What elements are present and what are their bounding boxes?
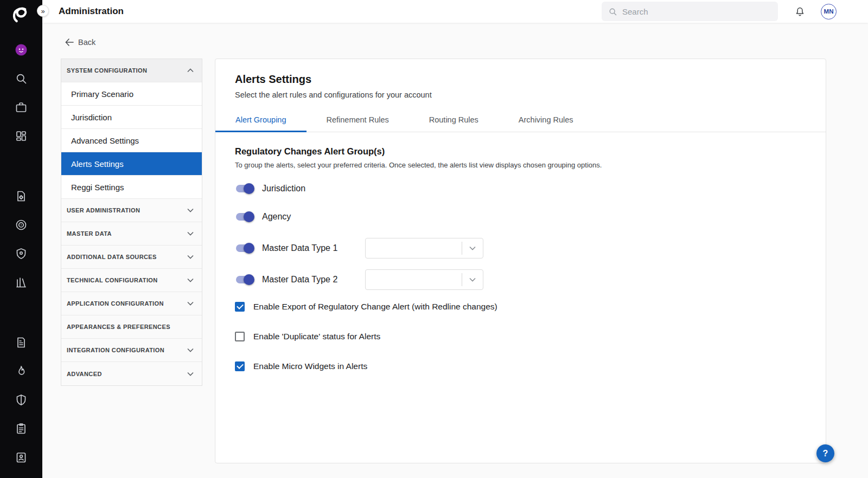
chevron-icon bbox=[187, 301, 194, 306]
notifications-bell-icon[interactable] bbox=[794, 6, 806, 17]
nav-section-master-data[interactable]: MASTER DATA bbox=[61, 222, 202, 246]
nav-item-label: Advanced Settings bbox=[71, 136, 139, 145]
global-search[interactable] bbox=[602, 2, 778, 21]
nav-section-technical-configuration[interactable]: TECHNICAL CONFIGURATION bbox=[61, 269, 202, 292]
nav-item-label: Reggi Settings bbox=[71, 183, 124, 192]
nav-item-label: Jurisdiction bbox=[71, 113, 112, 122]
nav-item-label: Alerts Settings bbox=[71, 159, 124, 169]
page-title: Administration bbox=[59, 6, 124, 17]
top-header: Administration MN bbox=[42, 0, 868, 23]
alerts-settings-panel: Alerts Settings Select the alert rules a… bbox=[215, 59, 826, 463]
sidebar-expand-button[interactable]: » bbox=[37, 5, 49, 17]
alerts-settings-tabs: Alert Grouping Refinement Rules Routing … bbox=[215, 108, 826, 132]
report-icon[interactable] bbox=[15, 336, 28, 349]
nav-section-label: MASTER DATA bbox=[67, 230, 112, 237]
id-badge-icon[interactable] bbox=[15, 451, 28, 464]
nav-item-primary-scenario[interactable]: Primary Scenario bbox=[61, 82, 202, 106]
nav-item-label: Primary Scenario bbox=[71, 89, 133, 99]
checkbox-row: Enable Export of Regulatory Change Alert… bbox=[235, 300, 806, 313]
tab-routing-rules[interactable]: Routing Rules bbox=[409, 108, 499, 132]
checkbox-label: Enable Micro Widgets in Alerts bbox=[253, 361, 367, 371]
master-data-type-2-toggle[interactable] bbox=[235, 274, 254, 285]
target-icon[interactable] bbox=[15, 218, 28, 231]
toggle-row: Jurisdiction bbox=[235, 181, 806, 196]
shield-icon[interactable] bbox=[15, 393, 28, 406]
search-nav-icon[interactable] bbox=[15, 72, 28, 85]
chevron-icon bbox=[187, 255, 194, 259]
nav-item-jurisdiction[interactable]: Jurisdiction bbox=[61, 106, 202, 129]
chevron-icon bbox=[187, 231, 194, 236]
toggle-label: Jurisdiction bbox=[262, 184, 305, 193]
group-section-description: To group the alerts, select your preferr… bbox=[235, 161, 806, 169]
back-button[interactable]: Back bbox=[65, 38, 95, 47]
panel-title: Alerts Settings bbox=[235, 73, 806, 86]
enable-export-checkbox[interactable] bbox=[235, 302, 245, 312]
nav-section-system-configuration[interactable]: SYSTEM CONFIGURATION bbox=[61, 59, 202, 82]
nav-section-label: SYSTEM CONFIGURATION bbox=[67, 67, 147, 74]
panel-subtitle: Select the alert rules and configuration… bbox=[235, 91, 806, 99]
tab-label: Archiving Rules bbox=[519, 115, 573, 124]
tab-label: Refinement Rules bbox=[327, 115, 389, 124]
avatar[interactable]: MN bbox=[821, 4, 837, 20]
chevron-icon bbox=[187, 208, 194, 212]
flame-icon[interactable] bbox=[15, 365, 28, 378]
group-section-title: Regulatory Changes Alert Group(s) bbox=[235, 146, 806, 157]
shield-check-icon[interactable] bbox=[15, 247, 28, 260]
tab-archiving-rules[interactable]: Archiving Rules bbox=[499, 108, 593, 132]
chevron-down-icon bbox=[462, 277, 483, 282]
chevron-icon bbox=[187, 278, 194, 282]
nav-item-advanced-settings[interactable]: Advanced Settings bbox=[61, 129, 202, 152]
nav-section-label: USER ADMINISTRATION bbox=[67, 207, 140, 214]
nav-section-appearances-preferences[interactable]: APPEARANCES & PREFERENCES bbox=[61, 315, 202, 339]
nav-section-integration-configuration[interactable]: INTEGRATION CONFIGURATION bbox=[61, 339, 202, 362]
assistant-bot-icon[interactable] bbox=[15, 43, 28, 56]
briefcase-icon[interactable] bbox=[15, 101, 28, 114]
chevron-icon bbox=[187, 68, 194, 73]
tab-label: Routing Rules bbox=[429, 115, 478, 124]
nav-item-alerts-settings[interactable]: Alerts Settings bbox=[61, 152, 202, 176]
toggle-row: Master Data Type 2 bbox=[235, 269, 806, 290]
enable-micro-widgets-checkbox[interactable] bbox=[235, 361, 245, 371]
nav-section-user-administration[interactable]: USER ADMINISTRATION bbox=[61, 199, 202, 222]
master-data-type-1-toggle[interactable] bbox=[235, 243, 254, 254]
nav-item-reggi-settings[interactable]: Reggi Settings bbox=[61, 176, 202, 199]
tab-label: Alert Grouping bbox=[235, 115, 286, 124]
chevron-icon bbox=[187, 348, 194, 352]
nav-section-label: INTEGRATION CONFIGURATION bbox=[67, 347, 164, 353]
file-settings-icon[interactable] bbox=[15, 190, 28, 203]
dashboard-icon[interactable] bbox=[15, 130, 28, 143]
chevron-icon bbox=[187, 372, 194, 376]
nav-section-application-configuration[interactable]: APPLICATION CONFIGURATION bbox=[61, 292, 202, 315]
toggle-row: Agency bbox=[235, 209, 806, 224]
app-logo-icon[interactable] bbox=[9, 3, 33, 27]
tab-alert-grouping[interactable]: Alert Grouping bbox=[215, 108, 307, 132]
checkbox-label: Enable 'Duplicate' status for Alerts bbox=[253, 332, 380, 341]
nav-section-label: APPLICATION CONFIGURATION bbox=[67, 300, 164, 307]
app-sidebar bbox=[0, 0, 42, 478]
nav-section-label: TECHNICAL CONFIGURATION bbox=[67, 277, 158, 283]
nav-section-label: ADVANCED bbox=[67, 371, 102, 377]
search-icon bbox=[608, 7, 617, 16]
nav-section-label: APPEARANCES & PREFERENCES bbox=[67, 324, 170, 330]
toggle-label: Agency bbox=[262, 212, 291, 222]
settings-nav: SYSTEM CONFIGURATION Primary Scenario Ju… bbox=[61, 59, 202, 386]
tab-refinement-rules[interactable]: Refinement Rules bbox=[307, 108, 409, 132]
toggle-label: Master Data Type 2 bbox=[262, 275, 355, 285]
master-data-type-1-select[interactable] bbox=[365, 238, 483, 259]
jurisdiction-toggle[interactable] bbox=[235, 183, 254, 194]
nav-section-additional-data-sources[interactable]: ADDITIONAL DATA SOURCES bbox=[61, 246, 202, 269]
agency-toggle[interactable] bbox=[235, 211, 254, 222]
master-data-type-2-select[interactable] bbox=[365, 269, 483, 290]
chevron-down-icon bbox=[462, 246, 483, 250]
tasks-icon[interactable] bbox=[15, 422, 28, 435]
back-arrow-icon bbox=[65, 38, 74, 46]
toggle-label: Master Data Type 1 bbox=[262, 243, 355, 253]
checkbox-row: Enable Micro Widgets in Alerts bbox=[235, 360, 806, 373]
library-icon[interactable] bbox=[15, 276, 28, 289]
toggle-row: Master Data Type 1 bbox=[235, 237, 806, 259]
back-label: Back bbox=[78, 38, 95, 47]
help-button[interactable]: ? bbox=[816, 444, 834, 462]
nav-section-advanced[interactable]: ADVANCED bbox=[61, 362, 202, 385]
search-input[interactable] bbox=[622, 7, 771, 16]
enable-duplicate-status-checkbox[interactable] bbox=[235, 332, 245, 341]
